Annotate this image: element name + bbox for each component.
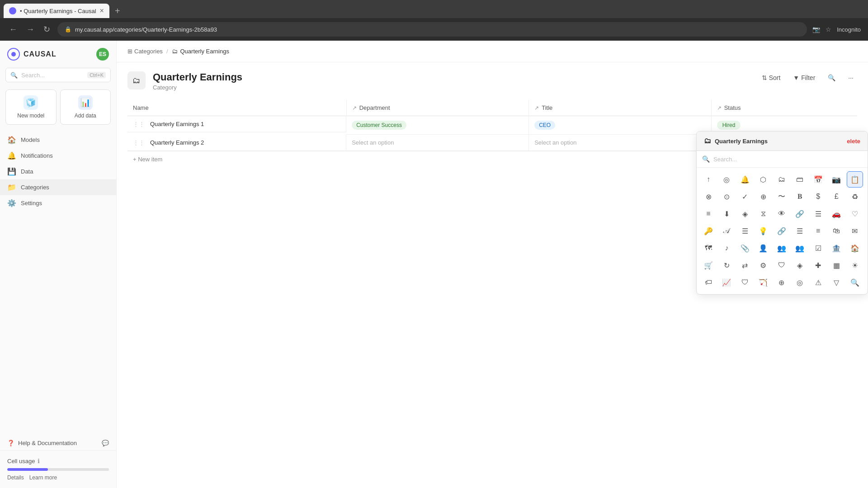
col-title[interactable]: ↗ Title (529, 100, 712, 116)
row1-name-cell[interactable]: ⋮⋮ Quarterly Earnings 1 (127, 116, 346, 132)
icon-cell[interactable]: ✉ (847, 223, 863, 239)
icon-cell[interactable]: ☰ (737, 223, 753, 239)
sidebar-search[interactable]: 🔍 Search... Ctrl+K (5, 68, 111, 82)
add-data-button[interactable]: 📊 Add data (60, 89, 111, 125)
icon-cell[interactable]: ⬇ (718, 206, 735, 222)
icon-cell[interactable]: ⊕ (755, 188, 771, 205)
sidebar-item-notifications[interactable]: 🔔 Notifications (0, 148, 116, 164)
icon-cell[interactable]: ◈ (737, 206, 753, 222)
icon-cell[interactable]: 🗃 (792, 171, 808, 188)
icon-cell[interactable]: 𝐁 (792, 188, 808, 205)
icon-cell[interactable]: ◎ (718, 171, 735, 188)
breadcrumb-categories[interactable]: ⊞ Categories (127, 48, 163, 55)
icon-cell[interactable]: 𝒜 (718, 223, 735, 239)
row1-title-cell[interactable]: CEO (529, 116, 712, 135)
icon-cell[interactable]: ♻ (847, 188, 863, 205)
icon-search-bar[interactable]: 🔍 (697, 151, 868, 168)
more-options-button[interactable]: ··· (844, 71, 857, 84)
icon-cell[interactable]: ↑ (700, 171, 717, 188)
icon-cell[interactable]: ⊙ (718, 188, 735, 205)
icon-cell[interactable]: 👤 (755, 240, 771, 256)
icon-cell[interactable]: ♪ (718, 240, 735, 256)
sidebar-item-settings[interactable]: ⚙️ Settings (0, 195, 116, 211)
search-button[interactable]: 🔍 (824, 71, 839, 84)
icon-cell[interactable]: ≡ (810, 223, 826, 239)
sidebar-item-models[interactable]: 🏠 Models (0, 132, 116, 148)
icon-cell[interactable]: ◎ (792, 274, 808, 291)
icon-cell[interactable]: ≡ (700, 206, 717, 222)
refresh-button[interactable]: ↻ (42, 23, 52, 36)
icon-cell[interactable]: 🔗 (792, 206, 808, 222)
icon-cell[interactable]: ☀ (847, 257, 863, 273)
icon-cell[interactable]: 🛡 (774, 257, 790, 273)
icon-cell[interactable]: ⚠ (810, 274, 826, 291)
delete-button[interactable]: elete (847, 138, 860, 145)
icon-cell[interactable]: $ (810, 188, 826, 205)
tab-close-button[interactable]: × (100, 7, 104, 15)
col-department[interactable]: ↗ Department (346, 100, 529, 116)
icon-cell[interactable]: ▽ (828, 274, 844, 291)
icon-cell[interactable]: ⚙ (755, 257, 771, 273)
icon-cell[interactable]: 🏦 (828, 240, 844, 256)
row2-title-cell[interactable]: Select an option (529, 135, 712, 151)
icon-cell[interactable]: 🛡 (737, 274, 753, 291)
icon-cell[interactable]: ⇄ (737, 257, 753, 273)
icon-cell[interactable]: 📅 (810, 171, 826, 188)
icon-cell[interactable]: 🛍 (828, 223, 844, 239)
icon-cell[interactable]: 🏷 (700, 274, 717, 291)
icon-cell[interactable]: 🔔 (737, 171, 753, 188)
title-placeholder[interactable]: Select an option (534, 139, 576, 146)
status-tag[interactable]: Hired (717, 121, 741, 130)
col-status[interactable]: ↗ Status (711, 100, 857, 116)
help-row[interactable]: ❓ Help & Documentation 💬 (0, 436, 116, 450)
icon-cell[interactable]: ✓ (737, 188, 753, 205)
icon-cell[interactable]: ↻ (718, 257, 735, 273)
title-tag[interactable]: CEO (534, 121, 555, 130)
icon-cell[interactable]: ✚ (810, 257, 826, 273)
icon-cell[interactable]: ⊕ (774, 274, 790, 291)
icon-cell[interactable]: 🗺 (700, 240, 717, 256)
col-name[interactable]: Name (127, 100, 346, 116)
icon-cell[interactable]: ♡ (847, 206, 863, 222)
dept-placeholder[interactable]: Select an option (352, 139, 394, 146)
icon-cell[interactable]: 💡 (755, 223, 771, 239)
sidebar-item-data[interactable]: 💾 Data (0, 164, 116, 179)
row2-name-cell[interactable]: ⋮⋮ Quarterly Earnings 2 (127, 135, 346, 151)
icon-cell[interactable]: 🔗 (774, 223, 790, 239)
forward-button[interactable]: → (24, 23, 36, 36)
icon-cell[interactable]: 🔑 (700, 223, 717, 239)
icon-cell[interactable]: ◈ (792, 257, 808, 273)
dept-tag[interactable]: Customer Success (352, 121, 406, 130)
icon-cell[interactable]: 🛒 (700, 257, 717, 273)
row2-dept-cell[interactable]: Select an option (346, 135, 529, 151)
icon-cell[interactable]: 📷 (828, 171, 844, 188)
icon-cell[interactable]: ☰ (792, 223, 808, 239)
icon-cell[interactable]: 〜 (774, 188, 790, 205)
icon-cell[interactable]: 📈 (718, 274, 735, 291)
icon-cell[interactable]: £ (828, 188, 844, 205)
icon-cell[interactable]: 👥 (792, 240, 808, 256)
page-icon-button[interactable]: 🗂 (127, 71, 146, 89)
icon-cell[interactable]: 🏹 (755, 274, 771, 291)
icon-cell[interactable]: ☑ (810, 240, 826, 256)
sort-button[interactable]: ⇅ Sort (758, 71, 784, 84)
icon-cell[interactable]: ☰ (810, 206, 826, 222)
learn-more-link[interactable]: Learn more (29, 474, 57, 481)
icon-cell[interactable]: ⊗ (700, 188, 717, 205)
icon-cell[interactable]: ⧖ (755, 206, 771, 222)
sidebar-item-categories[interactable]: 📁 Categories (0, 179, 116, 195)
icon-search-input[interactable] (713, 156, 862, 163)
new-model-button[interactable]: 🧊 New model (5, 89, 57, 125)
user-avatar[interactable]: ES (96, 48, 109, 61)
icon-cell[interactable]: 🔍 (847, 274, 863, 291)
icon-cell[interactable]: ⬡ (755, 171, 771, 188)
active-tab[interactable]: • Quarterly Earnings - Causal × (4, 4, 109, 18)
icon-cell[interactable]: 👁 (774, 206, 790, 222)
icon-cell[interactable]: 🏠 (847, 240, 863, 256)
back-button[interactable]: ← (7, 23, 19, 36)
icon-cell[interactable]: ▦ (828, 257, 844, 273)
icon-cell-selected[interactable]: 📋 (847, 171, 863, 188)
row1-dept-cell[interactable]: Customer Success (346, 116, 529, 135)
icon-cell[interactable]: 📎 (737, 240, 753, 256)
details-link[interactable]: Details (7, 474, 24, 481)
